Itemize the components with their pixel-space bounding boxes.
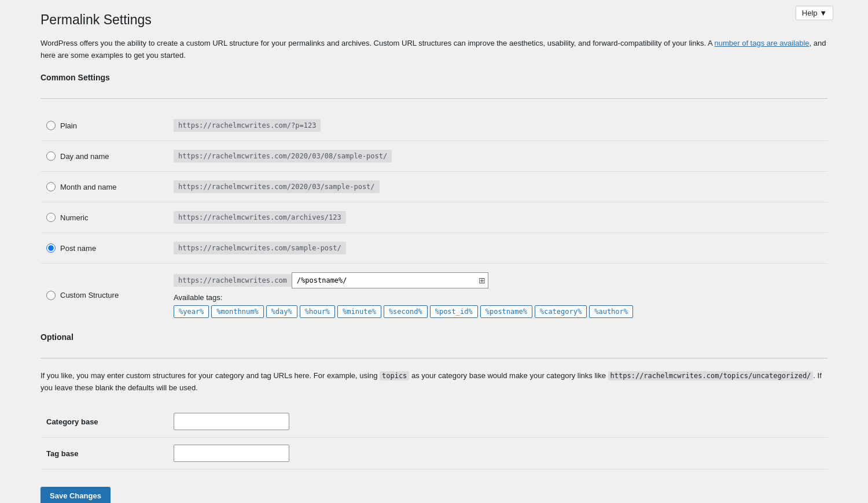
topics-code: topics: [380, 371, 409, 380]
post-name-radio[interactable]: [46, 243, 56, 253]
optional-heading: Optional: [41, 332, 827, 346]
tag-base-label: Tag base: [41, 438, 168, 469]
custom-base-url: https://rachelmcwrites.com: [174, 274, 292, 287]
tag-monthnum[interactable]: %monthnum%: [211, 305, 263, 318]
custom-input-wrap: ⊞: [292, 272, 488, 289]
day-name-radio-label[interactable]: Day and name: [46, 151, 162, 161]
optional-desc-between: as your category base would make your ca…: [409, 371, 608, 380]
tag-base-input[interactable]: [174, 445, 289, 462]
optional-divider: [41, 358, 827, 358]
custom-structure-radio[interactable]: [46, 291, 56, 300]
table-row: Day and name https://rachelmcwrites.com/…: [41, 141, 827, 172]
day-name-label: Day and name: [60, 152, 109, 161]
available-tags-label: Available tags:: [174, 293, 822, 302]
save-changes-button[interactable]: Save Changes: [41, 487, 111, 503]
plain-url: https://rachelmcwrites.com/?p=123: [174, 119, 321, 132]
table-row: Post name https://rachelmcwrites.com/sam…: [41, 233, 827, 264]
tag-category[interactable]: %category%: [535, 305, 587, 318]
intro-paragraph: WordPress offers you the ability to crea…: [41, 38, 827, 62]
page-wrap: Help ▼ Permalink Settings WordPress offe…: [29, 0, 839, 503]
plain-label: Plain: [60, 121, 77, 130]
tags-available-link[interactable]: number of tags are available: [714, 39, 809, 47]
common-settings-table: Plain https://rachelmcwrites.com/?p=123 …: [41, 110, 827, 327]
numeric-radio[interactable]: [46, 213, 56, 222]
post-name-radio-label[interactable]: Post name: [46, 243, 162, 253]
custom-structure-input[interactable]: [292, 272, 488, 289]
plain-radio-label[interactable]: Plain: [46, 121, 162, 130]
common-settings-heading: Common Settings: [41, 73, 827, 87]
tag-postname[interactable]: %postname%: [480, 305, 532, 318]
tag-minute[interactable]: %minute%: [337, 305, 381, 318]
tag-year[interactable]: %year%: [174, 305, 209, 318]
table-row: Numeric https://rachelmcwrites.com/archi…: [41, 202, 827, 233]
table-row: Plain https://rachelmcwrites.com/?p=123: [41, 110, 827, 141]
day-name-radio[interactable]: [46, 151, 56, 161]
optional-section: Optional If you like, you may enter cust…: [41, 332, 827, 469]
table-row: Category base: [41, 406, 827, 438]
post-name-url: https://rachelmcwrites.com/sample-post/: [174, 242, 346, 254]
table-row: Month and name https://rachelmcwrites.co…: [41, 172, 827, 202]
intro-text-before: WordPress offers you the ability to crea…: [41, 39, 714, 47]
tag-author[interactable]: %author%: [589, 305, 633, 318]
page-title: Permalink Settings: [41, 12, 827, 29]
custom-structure-row: https://rachelmcwrites.com ⊞: [174, 272, 822, 289]
month-name-radio[interactable]: [46, 182, 56, 191]
help-button[interactable]: Help ▼: [796, 6, 833, 20]
table-row: Custom Structure https://rachelmcwrites.…: [41, 264, 827, 327]
month-name-url: https://rachelmcwrites.com/2020/03/sampl…: [174, 180, 380, 193]
available-tags-section: Available tags: %year% %monthnum% %day% …: [174, 293, 822, 318]
tag-hour[interactable]: %hour%: [300, 305, 335, 318]
plain-radio[interactable]: [46, 121, 56, 130]
optional-table: Category base Tag base: [41, 406, 827, 469]
optional-desc-before: If you like, you may enter custom struct…: [41, 371, 380, 380]
day-name-url: https://rachelmcwrites.com/2020/03/08/sa…: [174, 150, 392, 162]
tags-list: %year% %monthnum% %day% %hour% %minute% …: [174, 305, 822, 318]
custom-structure-radio-label[interactable]: Custom Structure: [46, 291, 162, 300]
numeric-radio-label[interactable]: Numeric: [46, 213, 162, 222]
custom-structure-label: Custom Structure: [60, 291, 119, 299]
section-divider: [41, 98, 827, 99]
numeric-url: https://rachelmcwrites.com/archives/123: [174, 211, 346, 224]
month-name-radio-label[interactable]: Month and name: [46, 182, 162, 191]
table-row: Tag base: [41, 438, 827, 469]
browse-icon[interactable]: ⊞: [479, 276, 486, 285]
category-base-label: Category base: [41, 406, 168, 438]
post-name-label: Post name: [60, 244, 96, 253]
tag-day[interactable]: %day%: [266, 305, 297, 318]
tag-second[interactable]: %second%: [384, 305, 428, 318]
category-base-input[interactable]: [174, 413, 289, 430]
numeric-label: Numeric: [60, 213, 88, 222]
month-name-label: Month and name: [60, 183, 117, 191]
tag-post-id[interactable]: %post_id%: [430, 305, 478, 318]
optional-description: If you like, you may enter custom struct…: [41, 370, 827, 394]
example-url-code: https://rachelmcwrites.com/topics/uncate…: [608, 371, 814, 380]
